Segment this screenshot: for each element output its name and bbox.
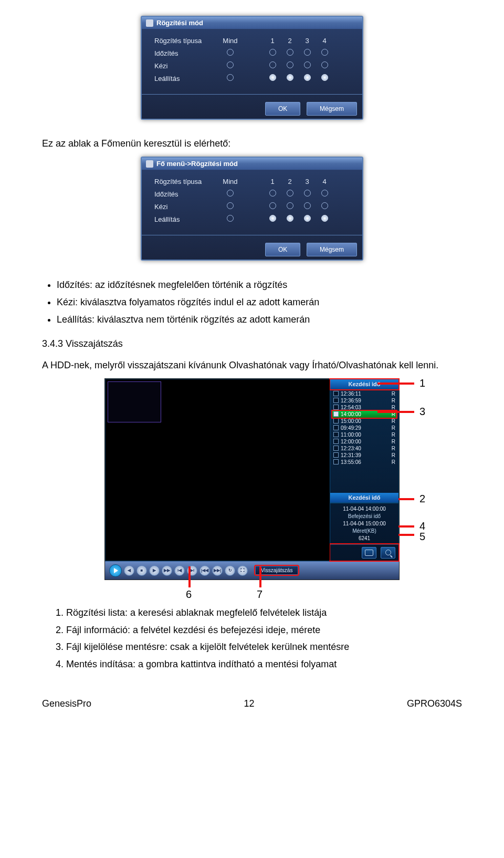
radio-stop-2[interactable]	[287, 215, 293, 222]
radio-timing-all[interactable]	[227, 190, 234, 197]
row-tag: R	[392, 446, 395, 451]
recording-list-row[interactable]: 12:31:39R	[332, 452, 396, 459]
recording-list-row[interactable]: 12:36:59R	[332, 397, 396, 404]
radio-timing-1[interactable]	[269, 49, 276, 56]
radio-timing-2[interactable]	[287, 49, 293, 56]
col-all: Mind	[217, 175, 243, 188]
backup-button[interactable]	[362, 547, 376, 559]
recording-list-row[interactable]: 11:00:00R	[332, 431, 396, 438]
radio-stop-3[interactable]	[304, 74, 311, 81]
next-file-button[interactable]: ▶▶|	[212, 565, 223, 576]
radio-timing-3[interactable]	[304, 190, 311, 197]
col-3: 3	[299, 175, 316, 188]
radio-manual-1[interactable]	[269, 61, 276, 68]
row-tag: R	[392, 459, 395, 465]
row-time: 12:23:40	[341, 446, 361, 451]
recording-list-row[interactable]: 12:23:40R	[332, 445, 396, 452]
info-end-label: Befejezési idő	[333, 513, 395, 520]
recording-list-row[interactable]: 09:49:29R	[332, 425, 396, 431]
radio-manual-2[interactable]	[287, 61, 293, 68]
row-time: 12:36:11	[341, 391, 361, 397]
row-tag: R	[392, 398, 395, 404]
play-icon	[114, 568, 118, 573]
cancel-button[interactable]: Mégsem	[307, 102, 357, 116]
radio-manual-all[interactable]	[227, 202, 234, 209]
slow-button[interactable]: ▶	[149, 565, 160, 576]
ok-button[interactable]: OK	[265, 243, 300, 256]
row-time: 14:00:00	[341, 411, 361, 417]
radio-manual-4[interactable]	[321, 61, 328, 68]
recording-list-row[interactable]: 15:00:00R	[332, 418, 396, 425]
loop-button[interactable]: ↻	[225, 565, 235, 576]
prev-frame-button[interactable]: I◀	[174, 565, 185, 576]
numlist-item: Mentés indítása: a gombra kattintva indí…	[66, 657, 462, 672]
radio-stop-2[interactable]	[287, 74, 293, 81]
row-manual-label: Kézi	[149, 59, 217, 72]
row-checkbox[interactable]	[333, 439, 339, 444]
row-checkbox[interactable]	[333, 405, 339, 410]
col-all: Mind	[217, 35, 243, 47]
ok-button[interactable]: OK	[265, 102, 300, 116]
row-checkbox[interactable]	[333, 391, 339, 396]
numlist-item: Rögzítési lista: a keresési ablaknak meg…	[66, 605, 462, 621]
stop-button[interactable]: ■	[136, 565, 147, 576]
row-checkbox[interactable]	[333, 452, 339, 458]
dialog-titlebar: Fő menü->Rögzítési mód	[142, 158, 362, 170]
row-tag: R	[392, 439, 395, 444]
playback-video-area	[106, 379, 330, 561]
bullet-list: Időzítés: az időzítésnek megfelelően tör…	[57, 277, 462, 327]
recording-list-row[interactable]: 12:00:00R	[332, 438, 396, 445]
radio-timing-2[interactable]	[287, 190, 293, 197]
play-button[interactable]	[109, 564, 122, 577]
search-button[interactable]	[381, 547, 395, 559]
radio-stop-1[interactable]	[269, 74, 276, 81]
col-2: 2	[281, 175, 299, 188]
cancel-button[interactable]: Mégsem	[307, 243, 357, 256]
radio-manual-4[interactable]	[321, 202, 328, 209]
radio-stop-4[interactable]	[321, 215, 328, 222]
radio-stop-4[interactable]	[321, 74, 328, 81]
radio-timing-4[interactable]	[321, 49, 328, 56]
annotation-7: 7	[257, 588, 262, 601]
fullscreen-button[interactable]: ⛶	[237, 565, 248, 576]
row-checkbox[interactable]	[333, 398, 339, 403]
radio-timing-4[interactable]	[321, 190, 328, 197]
row-checkbox[interactable]	[333, 446, 339, 451]
radio-stop-all[interactable]	[227, 215, 234, 222]
row-checkbox[interactable]	[333, 425, 339, 430]
window-icon	[146, 160, 153, 168]
section-body: A HDD-nek, melyről visszajátszani kívánu…	[42, 358, 462, 372]
prev-file-button[interactable]: |◀◀	[200, 565, 210, 576]
recording-mode-dialog-1: Rögzítési mód Rögzítés típusa Mind 1 2 3…	[141, 16, 363, 120]
radio-manual-all[interactable]	[227, 61, 234, 68]
playback-mode-label: Visszajátszás	[255, 566, 298, 575]
radio-timing-3[interactable]	[304, 49, 311, 56]
radio-stop-3[interactable]	[304, 215, 311, 222]
recording-list-row[interactable]: 12:54:03R	[332, 404, 396, 411]
row-tag: R	[392, 432, 395, 438]
row-time: 09:49:29	[341, 425, 361, 431]
radio-stop-1[interactable]	[269, 215, 276, 222]
recording-list-row[interactable]: 12:36:11R	[332, 390, 396, 397]
annotation-1: 1	[419, 377, 425, 389]
fast-button[interactable]: ▶▶	[162, 565, 172, 576]
radio-manual-1[interactable]	[269, 202, 276, 209]
radio-timing-1[interactable]	[269, 190, 276, 197]
rewind-button[interactable]: ◀	[124, 565, 134, 576]
info-start-value: 11-04-04 14:00:00	[333, 505, 395, 513]
radio-timing-all[interactable]	[227, 49, 234, 56]
radio-manual-2[interactable]	[287, 202, 293, 209]
row-checkbox[interactable]	[333, 432, 339, 437]
annotation-3: 3	[419, 406, 425, 418]
col-3: 3	[299, 35, 316, 47]
row-checkbox[interactable]	[333, 411, 339, 417]
radio-manual-3[interactable]	[304, 202, 311, 209]
page-footer: GenesisPro 12 GPRO6304S	[42, 698, 462, 709]
row-checkbox[interactable]	[333, 418, 339, 423]
radio-stop-all[interactable]	[227, 74, 234, 81]
row-timing-label: Időzítés	[149, 188, 217, 200]
recording-list-row[interactable]: 13:55:06R	[332, 459, 396, 466]
playback-sidebar: Kezdési idő 12:36:11R12:36:59R12:54:03R1…	[330, 379, 398, 561]
radio-manual-3[interactable]	[304, 61, 311, 68]
row-checkbox[interactable]	[333, 459, 339, 464]
